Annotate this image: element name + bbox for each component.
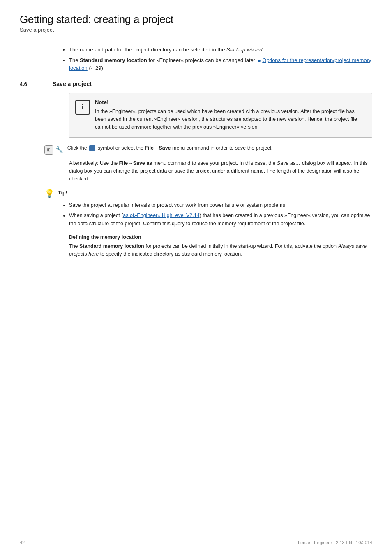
note-content: Note! In the »Engineer«, projects can be… xyxy=(95,99,365,132)
intro-bullet1-italic: Start-up wizard xyxy=(226,46,262,53)
note-box: i Note! In the »Engineer«, projects can … xyxy=(69,93,372,138)
section-header: 4.6 Save a project xyxy=(20,81,372,87)
def-middle: for projects can be defined initially in… xyxy=(144,243,338,249)
page-footer: 42 Lenze · Engineer · 2.13 EN · 10/2014 xyxy=(20,540,372,545)
note-title: Note! xyxy=(95,99,365,105)
keyboard-icon: ⊞ xyxy=(44,145,53,155)
tip-bullet2-prefix: When saving a project ( xyxy=(69,213,123,218)
alt-italic: Save as… xyxy=(277,160,301,166)
alternatively-text: Alternatively: Use the File→Save as menu… xyxy=(69,160,372,183)
intro-bullet-1: The name and path for the project direct… xyxy=(69,46,372,54)
step-suffix: menu command in order to save the projec… xyxy=(171,145,273,151)
intro-bullet2-ref: (⌐ 29) xyxy=(89,65,103,71)
step-icon-group: ⊞ 🔧 xyxy=(44,145,63,155)
highlevel-link[interactable]: as of»Engineer« HighLevel V2.14 xyxy=(123,213,199,218)
arrow-right-icon: ▶ xyxy=(258,58,261,63)
defining-section: Defining the memory location The Standar… xyxy=(69,234,372,259)
step-text: Click the symbol or select the File→Save… xyxy=(67,144,273,152)
intro-bullet1-suffix: . xyxy=(262,46,264,53)
tip-label: Tip! xyxy=(58,190,67,196)
step-middle: symbol or select the xyxy=(96,145,145,151)
def-suffix: to specify the indicated directory as st… xyxy=(99,251,242,257)
section-number: 4.6 xyxy=(20,81,53,87)
defining-text: The Standard memory location for project… xyxy=(69,243,372,259)
section-title: Save a project xyxy=(53,81,92,87)
page-subtitle: Save a project xyxy=(20,27,372,33)
save-inline-icon xyxy=(89,145,95,151)
tip-icon: 💡 xyxy=(44,189,55,197)
alt-prefix: Alternatively: Use the xyxy=(69,160,119,166)
tip-bullet-1: Save the project at regular intervals to… xyxy=(69,201,372,209)
alternatively-paragraph: Alternatively: Use the File→Save as menu… xyxy=(69,160,372,183)
tip-bullet-2: When saving a project (as of»Engineer« H… xyxy=(69,212,372,228)
intro-bullet2-bold: Standard memory location xyxy=(80,57,147,63)
def-bold: Standard memory location xyxy=(79,243,144,249)
intro-bullet2-prefix: The xyxy=(69,57,80,63)
tip-bullets: Save the project at regular intervals to… xyxy=(69,201,372,228)
def-prefix: The xyxy=(69,243,79,249)
step-row: ⊞ 🔧 Click the symbol or select the File→… xyxy=(44,144,372,155)
intro-bullet-2: The Standard memory location for »Engine… xyxy=(69,56,372,72)
note-icon: i xyxy=(75,100,90,115)
section-divider xyxy=(20,38,372,38)
intro-bullets: The name and path for the project direct… xyxy=(69,46,372,72)
intro-bullet2-middle: for »Engineer« projects can be changed l… xyxy=(147,57,258,63)
step-bold: File→Save xyxy=(145,145,171,151)
defining-title: Defining the memory location xyxy=(69,234,372,240)
page-number: 42 xyxy=(20,540,25,545)
tip-row: 💡 Tip! xyxy=(44,189,372,197)
alt-middle: menu command to save your project. In th… xyxy=(152,160,277,166)
intro-bullet1-prefix: The name and path for the project direct… xyxy=(69,46,226,53)
tip-bullet1-text: Save the project at regular intervals to… xyxy=(69,202,286,208)
step-prefix: Click the xyxy=(67,145,88,151)
note-text: In the »Engineer«, projects can be used … xyxy=(95,108,365,132)
person-icon: 🔧 xyxy=(55,146,63,153)
alt-bold1: File→Save as xyxy=(119,160,152,166)
page-title: Getting started: creating a project xyxy=(20,13,372,26)
footer-info: Lenze · Engineer · 2.13 EN · 10/2014 xyxy=(298,540,372,545)
